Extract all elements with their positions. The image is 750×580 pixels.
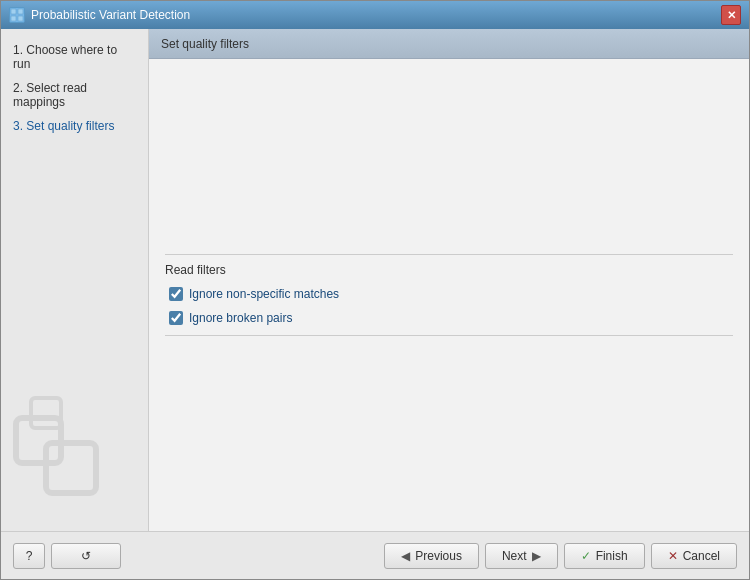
content-area: 1. Choose where to run 2. Select read ma… xyxy=(1,29,749,531)
finish-check-icon: ✓ xyxy=(581,549,591,563)
cancel-x-icon: ✕ xyxy=(668,549,678,563)
footer: ? ↺ ◀ Previous Next ▶ ✓ Finish ✕ Cancel xyxy=(1,531,749,579)
close-button[interactable]: ✕ xyxy=(721,5,741,25)
footer-left-buttons: ? ↺ xyxy=(13,543,121,569)
sidebar-item-set-quality-filters[interactable]: 3. Set quality filters xyxy=(9,117,140,135)
ignore-non-specific-row[interactable]: Ignore non-specific matches xyxy=(165,285,733,303)
cancel-button[interactable]: ✕ Cancel xyxy=(651,543,737,569)
title-bar: Probabilistic Variant Detection ✕ xyxy=(1,1,749,29)
read-filters-section: Read filters Ignore non-specific matches… xyxy=(149,244,749,346)
panel-body: Read filters Ignore non-specific matches… xyxy=(149,59,749,531)
ignore-non-specific-checkbox[interactable] xyxy=(169,287,183,301)
empty-space xyxy=(149,59,749,244)
svg-rect-0 xyxy=(11,9,16,14)
help-button[interactable]: ? xyxy=(13,543,45,569)
sidebar-item-select-read-mappings[interactable]: 2. Select read mappings xyxy=(9,79,140,111)
read-filters-title: Read filters xyxy=(165,263,733,277)
svg-rect-2 xyxy=(11,16,16,21)
sidebar: 1. Choose where to run 2. Select read ma… xyxy=(1,29,149,531)
panel-header: Set quality filters xyxy=(149,29,749,59)
svg-rect-6 xyxy=(31,398,61,428)
ignore-broken-pairs-label: Ignore broken pairs xyxy=(189,311,292,325)
ignore-non-specific-label: Ignore non-specific matches xyxy=(189,287,339,301)
window-title: Probabilistic Variant Detection xyxy=(31,8,190,22)
ignore-broken-pairs-checkbox[interactable] xyxy=(169,311,183,325)
main-panel: Set quality filters Read filters Ignore … xyxy=(149,29,749,531)
divider-top xyxy=(165,254,733,255)
finish-button[interactable]: ✓ Finish xyxy=(564,543,645,569)
next-button[interactable]: Next ▶ xyxy=(485,543,558,569)
next-arrow-icon: ▶ xyxy=(532,549,541,563)
panel-title: Set quality filters xyxy=(161,37,249,51)
window-icon xyxy=(9,7,25,23)
main-window: Probabilistic Variant Detection ✕ 1. Cho… xyxy=(0,0,750,580)
title-bar-left: Probabilistic Variant Detection xyxy=(9,7,190,23)
previous-arrow-icon: ◀ xyxy=(401,549,410,563)
svg-rect-3 xyxy=(18,16,23,21)
previous-button[interactable]: ◀ Previous xyxy=(384,543,479,569)
footer-right-buttons: ◀ Previous Next ▶ ✓ Finish ✕ Cancel xyxy=(384,543,737,569)
sidebar-item-choose-where[interactable]: 1. Choose where to run xyxy=(9,41,140,73)
watermark xyxy=(11,388,131,511)
svg-rect-1 xyxy=(18,9,23,14)
divider-bottom xyxy=(165,335,733,336)
bottom-space xyxy=(149,346,749,531)
ignore-broken-pairs-row[interactable]: Ignore broken pairs xyxy=(165,309,733,327)
svg-rect-5 xyxy=(46,443,96,493)
reset-button[interactable]: ↺ xyxy=(51,543,121,569)
